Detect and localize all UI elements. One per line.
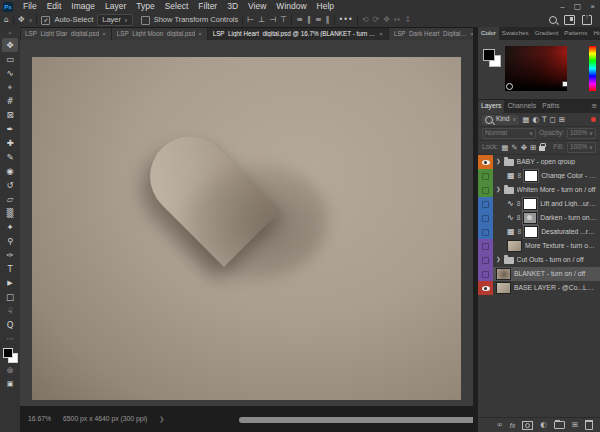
distribute-horizontal-icon[interactable]: ∥ — [307, 16, 311, 24]
layer-color-label[interactable] — [478, 225, 493, 239]
layer-row-whiten-more-group[interactable]: ❯ Whiten More - turn on / off — [478, 183, 600, 197]
lock-all-icon[interactable] — [539, 146, 545, 151]
blur-tool[interactable]: ✦ — [2, 220, 18, 234]
minimize-button[interactable]: – — [555, 3, 570, 11]
horizontal-scrollbar-thumb[interactable] — [239, 417, 477, 423]
distribute-heights-icon[interactable]: ≡ — [315, 16, 322, 24]
tab-light-star[interactable]: LSP_Light Star_digital.psd × — [20, 28, 112, 40]
layer-row-change-color[interactable]: ▦ 8 Change Color - slide hue — [478, 169, 600, 183]
share-icon[interactable]: ↑ — [582, 15, 592, 25]
tab-color[interactable]: Color — [478, 27, 499, 40]
filter-type-layers-icon[interactable]: T — [542, 116, 547, 124]
screen-mode-icon[interactable]: ▣ — [2, 377, 18, 391]
hue-slider[interactable] — [589, 46, 596, 91]
visibility-eye-icon[interactable] — [482, 160, 490, 165]
close-button[interactable]: × — [585, 3, 600, 11]
healing-brush-tool[interactable]: ✚ — [2, 136, 18, 150]
menu-3d[interactable]: 3D — [222, 2, 243, 11]
layer-row-darken[interactable]: ∿ 8 Darken - turn on / off — [478, 211, 600, 225]
layer-row-more-texture[interactable]: More Texture - turn on / off — [478, 239, 600, 253]
visibility-toggle[interactable] — [482, 201, 489, 208]
search-icon[interactable] — [549, 16, 557, 24]
blend-mode-dropdown[interactable]: Normal ∨ — [482, 128, 536, 139]
layer-mask-thumbnail[interactable] — [524, 170, 538, 182]
mask-link-icon[interactable]: 8 — [518, 229, 522, 236]
menu-window[interactable]: Window — [271, 2, 311, 11]
close-icon[interactable]: × — [379, 31, 383, 37]
layer-thumbnail[interactable] — [496, 268, 511, 280]
opacity-value[interactable]: 100% ∨ — [567, 128, 596, 139]
lasso-tool[interactable]: ∿ — [2, 66, 18, 80]
brush-tool[interactable]: ✎ — [2, 150, 18, 164]
layer-color-label[interactable] — [478, 253, 493, 267]
layer-style-fx-icon[interactable]: fx — [510, 422, 515, 429]
visibility-toggle[interactable] — [482, 243, 489, 250]
filter-adjustment-layers-icon[interactable]: ◐ — [532, 116, 539, 124]
visibility-toggle[interactable] — [482, 257, 489, 264]
tab-history[interactable]: History — [590, 27, 600, 40]
visibility-toggle[interactable] — [482, 215, 489, 222]
object-selection-tool[interactable]: ⌖ — [2, 80, 18, 94]
visibility-eye-icon[interactable] — [482, 286, 490, 291]
layer-thumbnail[interactable] — [507, 240, 522, 252]
mask-link-icon[interactable]: 8 — [517, 201, 521, 208]
move-tool-icon[interactable]: ✥ — [18, 16, 25, 24]
layer-filter-kind-dropdown[interactable]: Kind ∨ — [482, 115, 519, 125]
foreground-color-swatch[interactable] — [483, 49, 495, 61]
menu-help[interactable]: Help — [312, 2, 339, 11]
new-adjustment-layer-icon[interactable]: ◐ — [540, 421, 547, 429]
align-top-icon[interactable]: ⊤ — [280, 16, 287, 24]
add-mask-icon[interactable] — [522, 421, 533, 430]
group-caret-icon[interactable]: ❯ — [496, 257, 501, 263]
visibility-toggle[interactable] — [482, 187, 489, 194]
foreground-color-swatch[interactable] — [3, 348, 13, 358]
layer-color-label[interactable] — [478, 211, 493, 225]
menu-file[interactable]: File — [18, 2, 42, 11]
move-tool[interactable]: ✥ — [2, 38, 18, 52]
crop-tool[interactable]: # — [2, 94, 18, 108]
tab-light-moon[interactable]: LSP_Light Moon_digital.psd × — [112, 28, 208, 40]
lock-position-icon[interactable]: ✥ — [521, 144, 527, 152]
layer-color-label[interactable] — [478, 155, 493, 169]
visibility-toggle[interactable] — [482, 271, 489, 278]
tab-channels[interactable]: Channels — [504, 100, 539, 113]
path-selection-tool[interactable]: ▶ — [2, 276, 18, 290]
tab-gradient[interactable]: Gradient — [532, 27, 562, 40]
layer-mask-thumbnail[interactable] — [523, 212, 537, 224]
layer-row-desaturated[interactable]: ▦ 8 Desaturated ...rn on / off — [478, 225, 600, 239]
layer-color-label[interactable] — [478, 239, 493, 253]
distribute-widths-icon[interactable]: ∥ — [326, 16, 330, 24]
frame-tool[interactable]: ⊠ — [2, 108, 18, 122]
layer-color-label[interactable] — [478, 281, 493, 295]
zoom-tool[interactable]: Q — [2, 318, 18, 332]
close-icon[interactable]: × — [102, 31, 106, 37]
maximize-button[interactable]: ▢ — [570, 3, 585, 11]
menu-layer[interactable]: Layer — [100, 2, 131, 11]
filter-pixel-layers-icon[interactable]: ▦ — [522, 116, 529, 124]
layer-row-lift-and-lighten[interactable]: ∿ 8 Lift and Ligh...urn on / off — [478, 197, 600, 211]
tab-dark-heart[interactable]: LSP_Dark Heart_Digital.psd × — [389, 28, 473, 40]
lock-artboard-icon[interactable]: ⊞ — [530, 144, 536, 152]
layer-mask-thumbnail[interactable] — [523, 198, 537, 210]
menu-view[interactable]: View — [243, 2, 271, 11]
new-layer-icon[interactable]: ⊞ — [572, 421, 578, 429]
home-icon[interactable]: ⌂ — [4, 16, 9, 24]
layer-color-label[interactable] — [478, 183, 493, 197]
tab-paths[interactable]: Paths — [539, 100, 562, 113]
clone-stamp-tool[interactable]: ◉ — [2, 164, 18, 178]
workspace-switcher-icon[interactable] — [564, 15, 575, 25]
align-options-ellipsis[interactable]: ••• — [339, 16, 353, 24]
history-brush-tool[interactable]: ↺ — [2, 178, 18, 192]
document-image-heart-blanket[interactable] — [32, 57, 461, 400]
tab-swatches[interactable]: Swatches — [499, 27, 532, 40]
layer-row-blanket-selected[interactable]: BLANKET - turn on / off — [478, 267, 600, 281]
filter-smart-objects-icon[interactable]: ⊞ — [559, 116, 565, 124]
pen-tool[interactable]: ✑ — [2, 248, 18, 262]
layer-row-baby-group[interactable]: ❯ BABY - open group — [478, 155, 600, 169]
menu-edit[interactable]: Edit — [42, 2, 67, 11]
tab-patterns[interactable]: Patterns — [561, 27, 590, 40]
quick-mask-icon[interactable]: ◎ — [2, 363, 18, 377]
delete-layer-icon[interactable] — [585, 420, 593, 430]
status-options-chevron[interactable]: ❯ — [159, 416, 164, 422]
mask-link-icon[interactable]: 8 — [518, 173, 522, 180]
